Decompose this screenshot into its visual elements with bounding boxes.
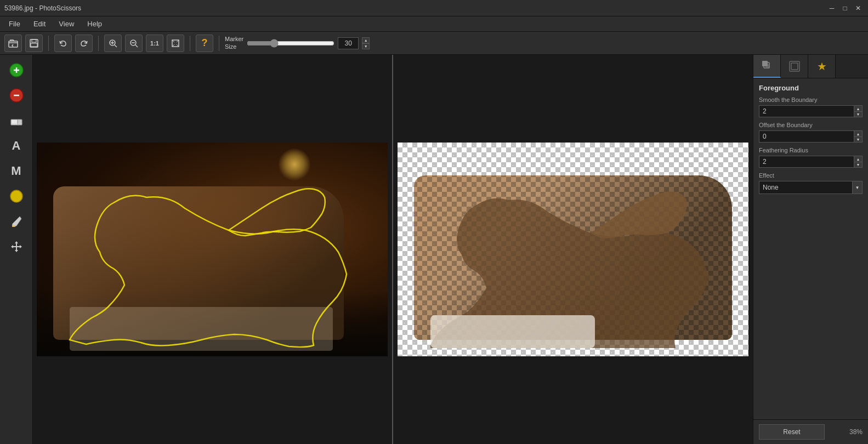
offset-boundary-up[interactable]: ▲ <box>854 130 863 136</box>
tab-effects[interactable]: ★ <box>808 55 836 78</box>
effect-select-arrow[interactable]: ▼ <box>853 181 863 194</box>
zoom-status: 38% <box>849 428 863 436</box>
marker-size-slider[interactable] <box>247 39 334 48</box>
menubar: File Edit View Help <box>0 16 868 32</box>
marker-size-input[interactable] <box>338 37 359 49</box>
feathering-radius-up[interactable]: ▲ <box>854 156 863 162</box>
offset-boundary-down[interactable]: ▼ <box>854 136 863 143</box>
svg-line-5 <box>115 45 117 47</box>
offset-boundary-field: 0 ▲ ▼ <box>759 130 863 143</box>
right-panel: ★ Foreground Smooth the Boundary 2 ▲ ▼ O… <box>753 55 868 444</box>
sep1 <box>48 36 49 51</box>
feathering-radius-down[interactable]: ▼ <box>854 162 863 168</box>
add-background-tool[interactable] <box>5 84 27 106</box>
zoom-in-button[interactable] <box>104 35 122 52</box>
panel-tabs: ★ <box>753 55 868 78</box>
svg-rect-30 <box>791 63 798 70</box>
sep3 <box>190 36 190 51</box>
move-tool[interactable] <box>5 236 27 258</box>
zoom-fit-button[interactable] <box>167 35 184 52</box>
zoom-100-button[interactable]: 1:1 <box>146 35 163 52</box>
left-tool-panel: A M <box>0 55 33 444</box>
reset-button[interactable]: Reset <box>759 424 825 440</box>
save-button[interactable] <box>25 35 43 52</box>
smooth-boundary-up[interactable]: ▲ <box>854 105 863 111</box>
add-foreground-tool[interactable] <box>5 59 27 81</box>
effect-field: None ▼ <box>759 181 863 194</box>
close-button[interactable]: ✕ <box>853 3 864 14</box>
canvas-split <box>33 55 753 444</box>
window-title: 53986.jpg - PhotoScissors <box>4 4 81 12</box>
smooth-boundary-spinner: ▲ ▼ <box>854 105 863 117</box>
marker-size-label: MarkerSize <box>225 36 243 50</box>
main-area: A M <box>0 55 868 444</box>
feathering-radius-input[interactable]: 2 <box>759 156 854 168</box>
eraser-tool[interactable] <box>5 110 27 132</box>
effect-select[interactable]: None <box>759 181 853 194</box>
maximize-button[interactable]: □ <box>839 3 850 14</box>
feathering-radius-spinner: ▲ ▼ <box>854 156 863 168</box>
marker-size-down[interactable]: ▼ <box>362 43 370 49</box>
panel-footer: Reset 38% <box>753 419 868 444</box>
sep2 <box>98 36 99 51</box>
brush-tool[interactable] <box>5 210 27 232</box>
smooth-boundary-down[interactable]: ▼ <box>854 111 863 117</box>
menu-view[interactable]: View <box>52 18 81 30</box>
titlebar: 53986.jpg - PhotoScissors ─ □ ✕ <box>0 0 868 16</box>
svg-rect-3 <box>31 43 37 47</box>
offset-boundary-spinner: ▲ ▼ <box>854 130 863 143</box>
offset-boundary-input[interactable]: 0 <box>759 130 854 143</box>
zoom-out-button[interactable] <box>125 35 143 52</box>
marker-size-spinner: ▲ ▼ <box>362 37 370 49</box>
svg-rect-28 <box>765 64 769 67</box>
tab-background[interactable] <box>781 55 808 78</box>
open-button[interactable] <box>4 35 22 52</box>
menu-help[interactable]: Help <box>81 18 109 30</box>
sep4 <box>219 36 219 51</box>
feathering-radius-field: 2 ▲ ▼ <box>759 156 863 168</box>
smooth-boundary-field: 2 ▲ ▼ <box>759 105 863 117</box>
help-icon: ? <box>202 37 208 49</box>
redo-button[interactable] <box>75 35 93 52</box>
text-a-tool[interactable]: A <box>5 135 27 157</box>
canvas-area <box>33 55 753 444</box>
offset-boundary-label: Offset the Boundary <box>759 122 863 128</box>
canvas-result[interactable] <box>393 55 753 444</box>
window-controls: ─ □ ✕ <box>826 3 864 14</box>
help-button[interactable]: ? <box>196 35 213 52</box>
feathering-radius-label: Feathering Radius <box>759 147 863 153</box>
toolbar: 1:1 ? MarkerSize ▲ ▼ <box>0 32 868 55</box>
svg-rect-25 <box>12 225 15 227</box>
section-title: Foreground <box>759 84 863 92</box>
canvas-original[interactable] <box>33 55 393 444</box>
effect-label: Effect <box>759 172 863 179</box>
svg-line-9 <box>135 45 138 47</box>
text-m-tool[interactable]: M <box>5 160 27 182</box>
svg-point-24 <box>10 190 22 202</box>
smooth-boundary-input[interactable]: 2 <box>759 105 854 117</box>
menu-edit[interactable]: Edit <box>27 18 52 30</box>
smooth-boundary-label: Smooth the Boundary <box>759 96 863 103</box>
undo-button[interactable] <box>54 35 72 52</box>
tab-foreground[interactable] <box>753 55 781 78</box>
minimize-button[interactable]: ─ <box>826 3 837 14</box>
menu-file[interactable]: File <box>2 18 27 30</box>
zoom-100-label: 1:1 <box>150 40 159 47</box>
marker-size-up[interactable]: ▲ <box>362 37 370 43</box>
circle-tool[interactable] <box>5 185 27 207</box>
panel-content: Foreground Smooth the Boundary 2 ▲ ▼ Off… <box>753 78 868 419</box>
